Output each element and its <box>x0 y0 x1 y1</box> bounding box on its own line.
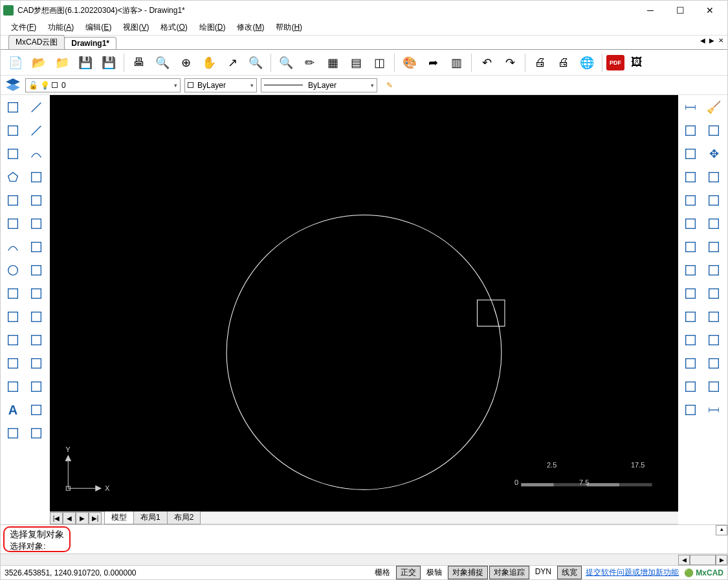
print-preview-button[interactable]: 🖶 <box>128 52 150 74</box>
layout-tab[interactable]: 布局2 <box>167 511 201 524</box>
fillet-button[interactable] <box>703 329 725 351</box>
toggle-栅格[interactable]: 栅格 <box>370 566 395 579</box>
image-button[interactable] <box>2 422 24 444</box>
move-button[interactable]: ✥ <box>703 143 725 165</box>
line-button[interactable] <box>25 96 47 118</box>
menu-修改M[interactable]: 修改(M) <box>232 20 269 35</box>
cmd-scroll-up-icon[interactable]: ▴ <box>716 525 727 535</box>
diag-button[interactable] <box>25 120 47 142</box>
ellipse-button[interactable] <box>2 306 24 328</box>
layout-tab[interactable]: 模型 <box>104 511 134 524</box>
image-button[interactable]: 🖼 <box>626 52 648 74</box>
draw-button[interactable] <box>25 306 47 328</box>
draw-button[interactable] <box>25 376 47 398</box>
open-button[interactable]: 📁 <box>51 52 73 74</box>
sun-button[interactable] <box>2 376 24 398</box>
doc-tab[interactable]: MxCAD云图 <box>8 35 65 49</box>
chamfer-button[interactable] <box>679 376 701 398</box>
draw-button[interactable] <box>25 259 47 281</box>
drawing-canvas[interactable]: X Y 0 2.5 7.5 17.5 <box>50 95 678 511</box>
draw-button[interactable] <box>25 236 47 258</box>
scroll-thumb[interactable] <box>690 555 716 565</box>
scroll-right-icon[interactable]: ▶ <box>716 555 727 565</box>
menu-绘图D[interactable]: 绘图(D) <box>194 20 231 35</box>
save-as-button[interactable]: 💾 <box>98 52 120 74</box>
arc-button[interactable] <box>25 143 47 165</box>
toggle-线宽[interactable]: 线宽 <box>557 566 582 579</box>
redo-button[interactable]: ↷ <box>499 52 521 74</box>
ellipse2-button[interactable] <box>2 329 24 351</box>
layout-next-icon[interactable]: ▶ <box>76 512 89 524</box>
save-button[interactable]: 💾 <box>74 52 96 74</box>
bound-button[interactable] <box>679 329 701 351</box>
copy-layer-button[interactable] <box>679 236 701 258</box>
crop-button[interactable]: ◫ <box>368 52 390 74</box>
close-button[interactable]: ✕ <box>695 1 725 20</box>
zoom-extents-button[interactable]: 🔍 <box>151 52 173 74</box>
tab-next-icon[interactable]: ▶ <box>708 37 716 44</box>
menu-编辑E[interactable]: 编辑(E) <box>80 20 116 35</box>
zoom-in-button[interactable]: ⊕ <box>175 52 197 74</box>
polygon-button[interactable] <box>2 166 24 188</box>
draw-button[interactable] <box>25 283 47 305</box>
pdf-button[interactable]: PDF <box>606 55 624 70</box>
measure-button[interactable]: ↗ <box>221 52 243 74</box>
draw-button[interactable] <box>25 399 47 421</box>
scroll-left-icon[interactable]: ◀ <box>678 555 690 565</box>
draw-button[interactable] <box>25 166 47 188</box>
layer-select[interactable]: 🔓💡 0 ▾ <box>25 78 181 92</box>
print-button[interactable]: 🖨 <box>529 52 551 74</box>
linetype-select[interactable]: ByLayer ▾ <box>261 78 377 92</box>
doc-tab[interactable]: Drawing1* <box>64 37 116 49</box>
mirror-button[interactable] <box>703 283 725 305</box>
maximize-button[interactable]: ☐ <box>665 1 695 20</box>
open-folder-button[interactable]: 📂 <box>28 52 50 74</box>
menu-功能A[interactable]: 功能(A) <box>43 20 79 35</box>
toggle-DYN[interactable]: DYN <box>531 566 556 579</box>
layout-first-icon[interactable]: |◀ <box>50 512 63 524</box>
layers-button[interactable]: ▤ <box>345 52 367 74</box>
draw-button[interactable] <box>25 352 47 374</box>
curve-button[interactable] <box>703 306 725 328</box>
dim-linear-button[interactable] <box>679 96 701 118</box>
toggle-对象追踪[interactable]: 对象追踪 <box>489 566 529 579</box>
dim-rotate-button[interactable] <box>679 143 701 165</box>
copy-layer4-button[interactable] <box>679 306 701 328</box>
rotate-button[interactable] <box>703 166 725 188</box>
color-select[interactable]: ByLayer ▾ <box>184 78 257 92</box>
draw-button[interactable] <box>2 143 24 165</box>
circle-entity[interactable] <box>226 215 502 489</box>
draw-button[interactable] <box>25 189 47 211</box>
copy-layer2-button[interactable] <box>679 259 701 281</box>
pan-button[interactable]: ✋ <box>198 52 220 74</box>
highlight-button[interactable]: ✏ <box>298 52 320 74</box>
copy-layer3-button[interactable] <box>679 283 701 305</box>
roof-button[interactable] <box>2 189 24 211</box>
minimize-button[interactable]: ─ <box>635 1 665 20</box>
plot-button[interactable]: 🖨 <box>553 52 575 74</box>
dim-cont-button[interactable] <box>679 213 701 235</box>
dim-h-button[interactable] <box>703 399 725 421</box>
command-hscroll[interactable]: ◀ ▶ <box>1 553 727 565</box>
menu-文件F[interactable]: 文件(F) <box>6 20 41 35</box>
arc-tool-button[interactable] <box>2 236 24 258</box>
cube-button[interactable] <box>703 376 725 398</box>
layout-tab[interactable]: 布局1 <box>133 511 168 524</box>
export-button[interactable]: ➦ <box>422 52 444 74</box>
scale-button[interactable] <box>703 189 725 211</box>
trim-button[interactable] <box>703 236 725 258</box>
dim-aligned-button[interactable] <box>679 120 701 142</box>
offset-button[interactable] <box>703 213 725 235</box>
properties-button[interactable]: ▦ <box>322 52 344 74</box>
layer-manager-icon[interactable] <box>5 77 21 94</box>
new-file-button[interactable]: 📄 <box>5 52 27 74</box>
linetype-edit-icon[interactable]: ✎ <box>381 77 398 94</box>
toggle-极轴[interactable]: 极轴 <box>422 566 447 579</box>
undo-button[interactable]: ↶ <box>476 52 498 74</box>
draw-button[interactable] <box>25 213 47 235</box>
zoom-window-button[interactable]: 🔍 <box>245 52 267 74</box>
toggle-正交[interactable]: 正交 <box>396 566 421 579</box>
join-button[interactable] <box>703 120 725 142</box>
menu-格式O[interactable]: 格式(O) <box>155 20 192 35</box>
dim-angle-button[interactable] <box>679 166 701 188</box>
